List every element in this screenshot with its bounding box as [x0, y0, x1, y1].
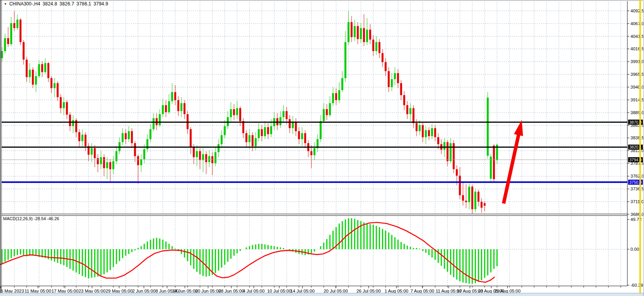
price-axis-label: 3736.5: [630, 186, 644, 191]
candle-body: [397, 73, 399, 83]
date-axis-label: 4 Jul 05:00: [243, 289, 265, 293]
date-axis-label: 1 Aug 05:00: [384, 289, 408, 293]
date-axis-label: 14 Jul 05:00: [290, 289, 315, 293]
candle-body: [249, 135, 251, 142]
candle-body: [462, 195, 464, 200]
macd-axis-label: -60.39: [630, 283, 643, 287]
symbol-period-label: CHINA300-,H4: [9, 1, 40, 7]
candle-body: [14, 23, 15, 28]
price-axis-label: 3686.0: [630, 212, 644, 217]
candle-body: [208, 156, 210, 163]
date-axis-label: 26 Jul 05:00: [357, 289, 381, 293]
ohlc-high: 3826.7: [60, 1, 74, 7]
candle-body: [41, 64, 43, 72]
candle-body: [134, 143, 136, 156]
candle-body: [345, 42, 347, 78]
candle-body: [490, 157, 492, 179]
candle-body: [394, 73, 396, 79]
candle-body: [338, 90, 340, 100]
trading-terminal-window: ▼ CHINA300-,H4 3824.8 3826.7 3786.1 3794…: [0, 0, 644, 296]
chart-dropdown-icon[interactable]: ▼: [4, 2, 7, 6]
price-axis-label: 3889.0: [630, 110, 644, 115]
window-left-edge: [0, 0, 1, 293]
candle-body: [400, 83, 402, 95]
candle-body: [63, 102, 65, 108]
candle-body: [267, 127, 269, 134]
candle-body: [140, 159, 142, 165]
candle-body: [60, 97, 62, 108]
candle-body: [150, 129, 152, 139]
candle-body: [85, 135, 87, 146]
macd-name: MACD(12,26,9): [3, 216, 32, 221]
macd-indicator-label: MACD(12,26,9) -28.54 -46.26: [3, 216, 59, 221]
candle-body: [342, 78, 343, 90]
candle-body: [109, 162, 111, 169]
ohlc-open: 3824.8: [43, 1, 57, 7]
candle-body: [354, 26, 356, 37]
candle-body: [360, 28, 362, 39]
candle-body: [7, 38, 9, 44]
candle-body: [484, 203, 486, 205]
candle-body: [366, 29, 368, 42]
candle-body: [289, 119, 291, 128]
candle-body: [475, 192, 477, 209]
candle-body: [357, 26, 359, 39]
date-axis-label: 10 Jul 05:00: [267, 289, 292, 293]
candle-body: [311, 151, 313, 155]
candle-body: [215, 152, 217, 163]
candle-body: [97, 158, 99, 164]
candle-body: [122, 133, 124, 142]
candle-body: [385, 62, 387, 71]
candle-body: [246, 133, 248, 142]
date-axis-label: 5 May 2023: [1, 289, 24, 293]
macd-axis-label: 0.00: [630, 247, 639, 252]
candle-body: [413, 108, 415, 123]
candle-body: [29, 70, 31, 77]
candle-body: [252, 135, 254, 146]
date-axis-label: 7 Aug 05:00: [410, 289, 434, 293]
candle-body: [236, 108, 238, 115]
candle-body: [128, 131, 130, 139]
candle-body: [205, 154, 207, 162]
candle-body: [4, 38, 6, 51]
candle-body: [82, 135, 84, 141]
candle-body: [184, 103, 186, 114]
candle-body: [493, 145, 495, 179]
candle-body: [388, 71, 390, 87]
candle-body: [224, 126, 226, 135]
candle-body: [35, 76, 37, 85]
candle-body: [32, 70, 34, 85]
candle-body: [193, 147, 195, 157]
candle-body: [447, 142, 449, 161]
candle-body: [471, 186, 473, 209]
candle-body: [301, 133, 303, 139]
candle-body: [20, 20, 22, 42]
date-axis-label: 20 Jun 05:00: [195, 289, 221, 293]
candle-body: [422, 125, 424, 137]
price-axis-label: 4041.5: [630, 34, 644, 39]
plot-left-border: [2, 0, 2, 293]
chart-canvas[interactable]: 4092.54067.04041.54016.53991.03965.53940…: [0, 0, 644, 296]
candle-body: [143, 149, 145, 159]
candle-body: [202, 154, 204, 160]
candle-body: [190, 129, 192, 147]
yellow-strip[interactable]: [639, 0, 641, 293]
candle-body: [332, 93, 334, 103]
price-axis-label: 3711.0: [630, 199, 644, 204]
candle-body: [298, 131, 300, 139]
candle-body: [459, 176, 461, 195]
candle-body: [403, 95, 405, 105]
candle-body: [283, 111, 285, 117]
candle-body: [431, 128, 433, 136]
candle-body: [382, 53, 384, 62]
candle-body: [131, 131, 133, 143]
candle-body: [478, 192, 480, 202]
candle-body: [351, 22, 353, 37]
candle-body: [243, 121, 244, 133]
candle-body: [292, 122, 294, 128]
price-axis-label: 3965.5: [630, 72, 644, 77]
candle-body: [57, 83, 59, 97]
candle-body: [376, 42, 378, 51]
date-axis-label: 20 Jul 05:00: [324, 289, 348, 293]
candle-body: [444, 142, 446, 149]
